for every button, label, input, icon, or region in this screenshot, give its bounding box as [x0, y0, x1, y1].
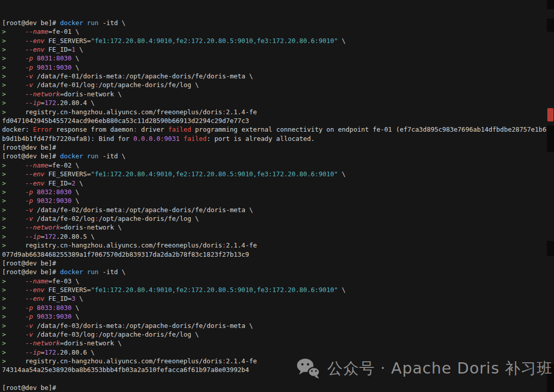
- text-segment: [6, 223, 26, 231]
- text-segment: -v: [25, 72, 33, 80]
- terminal-line: > -v /data/fe-03/doris-meta:/opt/apache-…: [2, 321, 554, 330]
- text-segment: :: [222, 241, 226, 249]
- text-segment: :: [161, 135, 165, 142]
- text-segment: -itd \: [98, 19, 126, 27]
- text-segment: >: [2, 215, 6, 222]
- text-segment: docker run: [60, 152, 98, 160]
- text-segment: >: [2, 90, 6, 98]
- text-segment: registry.cn-hangzhou.aliyuncs.com/freeon…: [6, 241, 222, 249]
- text-segment: /data/fe-01/log: [33, 81, 94, 89]
- terminal-line: [root@dev be]#: [2, 383, 554, 392]
- text-segment: >: [2, 188, 6, 196]
- text-segment: .20.80.6 \: [56, 348, 94, 356]
- text-segment: [33, 197, 37, 204]
- text-segment: 74314aa54a25e38920ba8b6353bbb4fb03a2a510…: [2, 366, 249, 374]
- text-segment: --ip: [25, 348, 41, 356]
- text-segment: \: [72, 54, 80, 62]
- terminal-line: > --ip=172.20.80.5 \: [2, 232, 554, 241]
- text-segment: =doris-network \: [60, 90, 122, 98]
- text-segment: [6, 233, 26, 240]
- text-segment: /opt/apache-doris/fe/doris-meta \: [126, 322, 253, 329]
- text-segment: >: [2, 286, 6, 294]
- text-segment: driver: [137, 126, 168, 133]
- text-segment: [6, 286, 26, 294]
- text-segment: response from daemon: [52, 126, 133, 133]
- text-segment: \: [338, 37, 346, 45]
- terminal-line: > -v /data/fe-01/log:/opt/apache-doris/f…: [2, 80, 554, 89]
- text-segment: FE_SERVERS=: [45, 286, 91, 294]
- text-segment: /opt/apache-doris/fe/log \: [98, 331, 199, 338]
- text-segment: 8033: [37, 304, 52, 312]
- text-segment: fd0471042945b455724acd9e6eb880ca53c11d28…: [2, 117, 249, 125]
- text-segment: [6, 206, 26, 214]
- terminal-line: > --network=doris-network \: [2, 223, 554, 232]
- terminal-line: > -p 9033:9030 \: [2, 312, 554, 321]
- text-segment: [6, 197, 26, 204]
- text-segment: 0.0.0.0: [133, 135, 161, 142]
- text-segment: -v: [25, 322, 33, 329]
- text-segment: >: [2, 81, 6, 89]
- text-segment: [6, 46, 26, 53]
- text-segment: [6, 37, 26, 45]
- text-segment: >: [2, 313, 6, 320]
- text-segment: [6, 99, 26, 107]
- text-segment: -p: [25, 188, 33, 196]
- text-segment: >: [2, 72, 6, 80]
- text-segment: >: [2, 295, 6, 302]
- scrollbar-track[interactable]: [547, 0, 554, 392]
- terminal-line: > --network=doris-network \: [2, 90, 554, 98]
- terminal-lines: [root@dev be]# docker run -itd \> --name…: [2, 18, 554, 392]
- text-segment: [33, 304, 37, 312]
- text-segment: [6, 313, 26, 320]
- text-segment: 8030: [56, 304, 71, 312]
- text-segment: --env: [25, 179, 45, 187]
- terminal-line: > --name=fe-02 \: [2, 161, 554, 170]
- text-segment: :: [122, 322, 126, 329]
- text-segment: 1: [72, 46, 76, 53]
- text-segment: [6, 28, 26, 35]
- text-segment: failed: [168, 126, 191, 133]
- text-segment: [root@dev be]#: [2, 143, 56, 151]
- text-segment: 8030: [56, 188, 71, 196]
- text-segment: Error: [33, 126, 52, 133]
- terminal-line: > --network=doris-network \: [2, 339, 554, 347]
- text-segment: \: [72, 313, 80, 320]
- text-segment: \: [72, 188, 80, 196]
- text-segment: --ip: [25, 233, 41, 240]
- text-segment: /data/fe-02/log: [33, 215, 94, 222]
- terminal-line: > --env FE_SERVERS="fe1:172.20.80.4:9010…: [2, 170, 554, 178]
- terminal[interactable]: [root@dev be]# docker run -itd \> --name…: [0, 0, 554, 392]
- text-segment: 172: [45, 233, 56, 240]
- text-segment: [6, 331, 26, 338]
- text-segment: b9d1b4b1fd47fb7220afa8): Bind for: [2, 135, 133, 142]
- text-segment: >: [2, 241, 6, 249]
- text-segment: /data/fe-03/log: [33, 331, 94, 338]
- text-segment: >: [2, 54, 6, 62]
- text-segment: 3: [72, 295, 76, 302]
- text-segment: [6, 170, 26, 178]
- text-segment: /opt/apache-doris/fe/log \: [98, 215, 199, 222]
- text-segment: >: [2, 64, 6, 71]
- text-segment: --network: [25, 339, 60, 347]
- text-segment: [6, 161, 26, 169]
- text-segment: \: [72, 197, 80, 204]
- text-segment: -itd \: [98, 268, 126, 276]
- text-segment: [6, 54, 26, 62]
- text-segment: :: [222, 108, 226, 116]
- text-segment: 8030: [56, 54, 71, 62]
- text-segment: [root@dev be]#: [2, 268, 60, 276]
- block-marker: [547, 18, 554, 32]
- text-segment: >: [2, 223, 6, 231]
- text-segment: :: [222, 357, 226, 365]
- text-segment: --env: [25, 286, 45, 294]
- terminal-line: > --name=fe-01 \: [2, 27, 554, 36]
- text-segment: "fe1:172.20.80.4:9010,fe2:172.20.80.5:90…: [91, 286, 338, 294]
- text-segment: -p: [25, 197, 33, 204]
- text-segment: >: [2, 99, 6, 107]
- text-segment: \: [72, 304, 80, 312]
- text-segment: [33, 54, 37, 62]
- text-segment: 9031: [164, 135, 180, 142]
- text-segment: >: [2, 304, 6, 312]
- terminal-line: > --env FE_ID=2 \: [2, 179, 554, 188]
- text-segment: >: [2, 206, 6, 214]
